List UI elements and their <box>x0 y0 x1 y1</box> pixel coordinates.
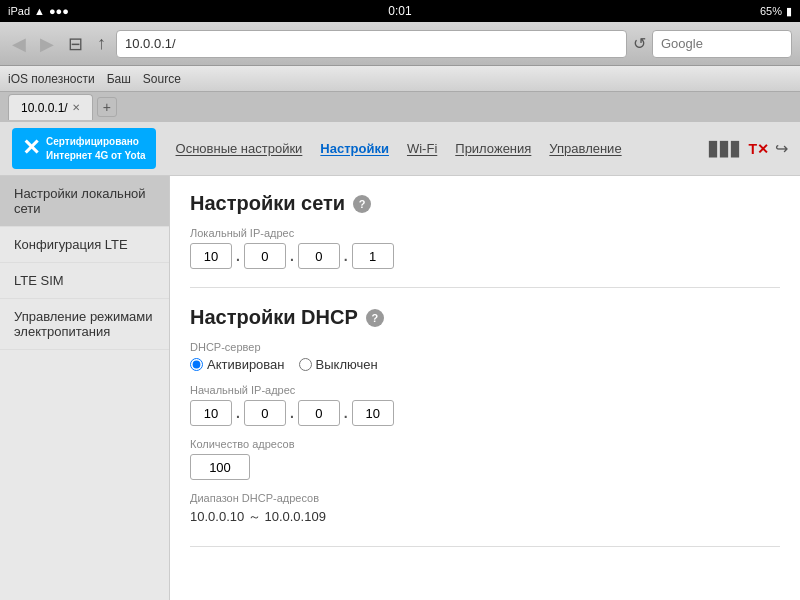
bookmark-bash[interactable]: Баш <box>107 72 131 86</box>
battery-label: 65% <box>760 5 782 17</box>
main-layout: Настройки локальной сети Конфигурация LT… <box>0 176 800 600</box>
status-time: 0:01 <box>388 4 411 18</box>
nav-settings[interactable]: Настройки <box>320 141 389 156</box>
ip-dot-3: . <box>344 248 348 264</box>
start-ip-input-group: . . . <box>190 400 780 426</box>
dhcp-inactive-label[interactable]: Выключен <box>299 357 378 372</box>
ip-dot-1: . <box>236 248 240 264</box>
start-ip-octet4[interactable] <box>352 400 394 426</box>
logout-icon[interactable]: ↪ <box>775 139 788 158</box>
local-ip-label: Локальный IP-адрес <box>190 227 780 239</box>
dhcp-range-value: 10.0.0.10 ～ 10.0.0.109 <box>190 508 780 526</box>
device-label: iPad <box>8 5 30 17</box>
browser-toolbar: ◀ ▶ ⊟ ↑ ↺ <box>0 22 800 66</box>
section-divider <box>190 287 780 288</box>
close-tab-button[interactable]: ✕ <box>72 102 80 113</box>
router-logo-text: Сертифицировано Интернет 4G от Yota <box>46 135 146 163</box>
ip-dot-2: . <box>290 248 294 264</box>
signal-icon: ●●● <box>49 5 69 17</box>
nav-wifi[interactable]: Wi-Fi <box>407 141 437 156</box>
network-settings-title: Настройки сети ? <box>190 192 780 215</box>
content-area: Настройки сети ? Локальный IP-адрес . . … <box>170 176 800 600</box>
dhcp-active-label[interactable]: Активирован <box>190 357 285 372</box>
sidebar-item-lte-sim[interactable]: LTE SIM <box>0 263 169 299</box>
sidebar: Настройки локальной сети Конфигурация LT… <box>0 176 170 600</box>
tab-bar: 10.0.0.1/ ✕ + <box>0 92 800 122</box>
new-tab-button[interactable]: + <box>97 97 117 117</box>
bottom-divider <box>190 546 780 547</box>
reload-button[interactable]: ↺ <box>633 34 646 53</box>
yota-x-icon: ✕ <box>22 134 40 163</box>
tx-icon: T✕ <box>748 141 769 157</box>
start-ip-dot-1: . <box>236 405 240 421</box>
dhcp-active-radio[interactable] <box>190 358 203 371</box>
share-button[interactable]: ↑ <box>93 31 110 56</box>
nav-management[interactable]: Управление <box>549 141 621 156</box>
browser-tab[interactable]: 10.0.0.1/ ✕ <box>8 94 93 120</box>
dhcp-radio-group: Активирован Выключен <box>190 357 780 372</box>
local-ip-octet3[interactable] <box>298 243 340 269</box>
range-label: Диапазон DHCP-адресов <box>190 492 780 504</box>
start-ip-dot-2: . <box>290 405 294 421</box>
search-input[interactable] <box>652 30 792 58</box>
forward-button[interactable]: ▶ <box>36 31 58 57</box>
local-ip-octet1[interactable] <box>190 243 232 269</box>
status-bar: iPad ▲ ●●● 0:01 65% ▮ <box>0 0 800 22</box>
start-ip-octet2[interactable] <box>244 400 286 426</box>
logo-line1: Сертифицировано <box>46 135 146 149</box>
dhcp-settings-title: Настройки DHCP ? <box>190 306 780 329</box>
nav-applications[interactable]: Приложения <box>455 141 531 156</box>
router-header: ✕ Сертифицировано Интернет 4G от Yota Ос… <box>0 122 800 176</box>
sidebar-item-local-network[interactable]: Настройки локальной сети <box>0 176 169 227</box>
network-settings-help-icon[interactable]: ? <box>353 195 371 213</box>
nav-basic-settings[interactable]: Основные настройки <box>176 141 303 156</box>
start-ip-label: Начальный IP-адрес <box>190 384 780 396</box>
address-bar[interactable] <box>116 30 627 58</box>
dhcp-inactive-radio[interactable] <box>299 358 312 371</box>
bookmarks-bar: iOS полезности Баш Source <box>0 66 800 92</box>
dhcp-inactive-text: Выключен <box>316 357 378 372</box>
count-input[interactable] <box>190 454 250 480</box>
sidebar-item-power-modes[interactable]: Управление режимами электропитания <box>0 299 169 350</box>
router-logo: ✕ Сертифицировано Интернет 4G от Yota <box>12 128 156 169</box>
local-ip-input-group: . . . <box>190 243 780 269</box>
dhcp-active-text: Активирован <box>207 357 285 372</box>
count-label: Количество адресов <box>190 438 780 450</box>
dhcp-server-label: DHCP-сервер <box>190 341 780 353</box>
status-right: 65% ▮ <box>760 5 792 18</box>
router-nav: Основные настройки Настройки Wi-Fi Прило… <box>176 141 710 156</box>
battery-icon: ▮ <box>786 5 792 18</box>
back-button[interactable]: ◀ <box>8 31 30 57</box>
dhcp-settings-help-icon[interactable]: ? <box>366 309 384 327</box>
local-ip-octet2[interactable] <box>244 243 286 269</box>
status-left: iPad ▲ ●●● <box>8 5 69 17</box>
bookmark-source[interactable]: Source <box>143 72 181 86</box>
start-ip-octet1[interactable] <box>190 400 232 426</box>
local-ip-octet4[interactable] <box>352 243 394 269</box>
bookmark-button[interactable]: ⊟ <box>64 31 87 57</box>
wifi-icon: ▲ <box>34 5 45 17</box>
logo-line2: Интернет 4G от Yota <box>46 149 146 163</box>
router-nav-icons: ▊▊▊ T✕ ↪ <box>709 139 788 158</box>
bookmark-ios[interactable]: iOS полезности <box>8 72 95 86</box>
signal-bars-icon: ▊▊▊ <box>709 141 742 157</box>
tab-title: 10.0.0.1/ <box>21 101 68 115</box>
start-ip-dot-3: . <box>344 405 348 421</box>
start-ip-octet3[interactable] <box>298 400 340 426</box>
sidebar-item-lte-config[interactable]: Конфигурация LTE <box>0 227 169 263</box>
